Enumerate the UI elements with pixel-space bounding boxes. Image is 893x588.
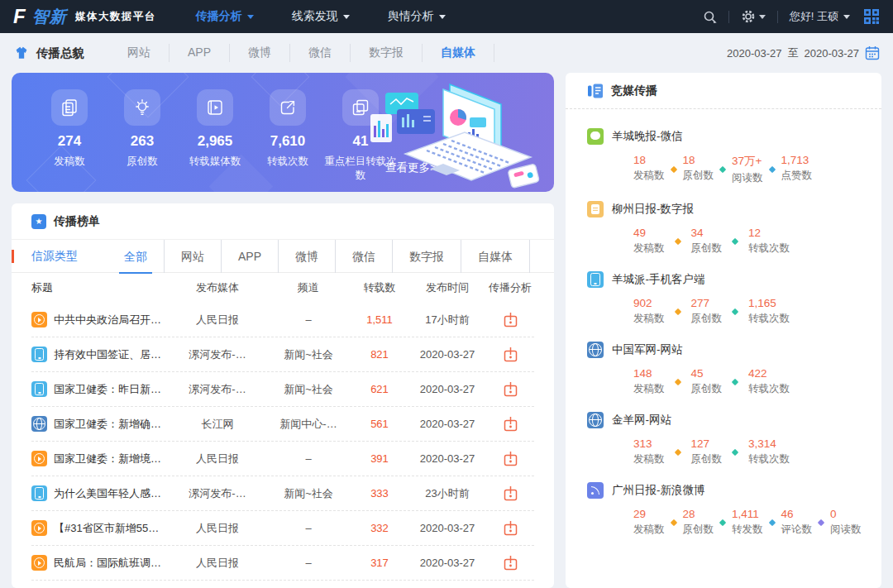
date-range-picker[interactable]: 2020-03-27 至 2020-03-27 <box>727 45 880 60</box>
diamond-separator <box>674 448 680 455</box>
app-icon <box>587 271 604 288</box>
share-arrow-icon <box>270 89 306 126</box>
publish-time: 2020-03-27 <box>408 418 486 430</box>
table-row: 为什么美国年轻人感染那么多？… 漯河发布-… 新闻~社会 333 23小时前 <box>31 476 534 511</box>
competitor-entry: 柳州日报-数字报 49发稿数 34原创数 12转载次数 <box>587 201 860 256</box>
subnav-item-website[interactable]: 网站 <box>109 44 170 62</box>
media-play-icon <box>31 312 47 327</box>
title-text: 国家卫健委：昨日新增确诊55例… <box>54 382 169 397</box>
spread-analysis-icon[interactable] <box>486 485 534 501</box>
publish-media: 漯河发布-… <box>169 347 266 362</box>
competitor-name-row[interactable]: 柳州日报-数字报 <box>587 201 860 218</box>
subnav-item-wechat[interactable]: 微信 <box>290 44 351 62</box>
nav-clue-discovery[interactable]: 线索发现 <box>292 9 350 24</box>
product-title: 媒体大数据平台 <box>75 10 156 24</box>
subnav-item-self-media[interactable]: 自媒体 <box>423 44 494 62</box>
spread-overview-icon <box>13 45 30 60</box>
publish-media: 长江网 <box>169 417 266 432</box>
spread-analysis-icon[interactable] <box>486 555 534 571</box>
subnav-item-app[interactable]: APP <box>170 44 230 62</box>
tab-digital-paper[interactable]: 数字报 <box>393 240 461 273</box>
spread-analysis-icon[interactable] <box>486 520 534 536</box>
competitor-name-row[interactable]: 金羊网-网站 <box>587 412 860 428</box>
spread-analysis-icon[interactable] <box>486 347 534 362</box>
calendar-icon <box>865 45 880 60</box>
subnav-item-digital-paper[interactable]: 数字报 <box>351 44 423 62</box>
stat-cell: 902发稿数 <box>633 297 665 326</box>
table-row: 中共中央政治局召开会议 研究部署 人民日报 – 1,511 17小时前 <box>31 303 534 337</box>
stat-label: 转载次数 <box>267 155 308 169</box>
spread-analysis-icon[interactable] <box>486 312 534 327</box>
app-icon <box>31 347 47 362</box>
tab-self-media[interactable]: 自媒体 <box>461 240 530 273</box>
competitor-name: 广州日报-新浪微博 <box>612 483 705 498</box>
stat-cell: 29发稿数 <box>633 508 665 537</box>
diamond-separator <box>732 448 738 455</box>
col-header-media: 发布媒体 <box>169 280 266 295</box>
stat-repost-count: 7,610 转载次数 <box>251 89 324 183</box>
tab-wechat[interactable]: 微信 <box>336 240 393 273</box>
tab-website[interactable]: 网站 <box>165 240 222 273</box>
publish-media: 漯河发布-… <box>169 486 266 501</box>
competitor-name-row[interactable]: 羊城派-手机客户端 <box>587 271 860 288</box>
competitor-entry: 金羊网-网站 313发稿数 127原创数 3,314转载次数 <box>587 412 860 466</box>
publish-time: 2020-03-27 <box>408 348 486 361</box>
user-greeting: 您好! 王硕 <box>790 9 838 24</box>
channel: 新闻~社会 <box>266 486 351 501</box>
repost-count: 621 <box>351 383 408 395</box>
stat-cell: 1,165转载次数 <box>748 297 790 326</box>
diamond-separator <box>674 378 680 385</box>
diamond-separator <box>719 519 726 525</box>
stat-repost-media-count: 2,965 转载媒体数 <box>179 89 251 183</box>
stat-original-count: 263 原创数 <box>106 89 179 183</box>
panel-header: ★ 传播榜单 <box>12 203 554 240</box>
qrcode-icon[interactable] <box>863 8 880 25</box>
banner-illustration <box>354 74 552 190</box>
competitor-name-row[interactable]: 广州日报-新浪微博 <box>587 482 860 499</box>
documents-icon <box>51 89 88 126</box>
competitor-stats: 18发稿数 18原创数 37万+阅读数 1,713点赞数 <box>633 154 860 185</box>
table-row: 国家卫健委：新增境外输入54例… 人民日报 – 391 2020-03-27 <box>31 442 534 476</box>
user-menu[interactable]: 您好! 王硕 <box>790 9 850 24</box>
col-header-time: 发布时间 <box>408 280 486 295</box>
diamond-separator <box>670 166 676 173</box>
search-icon[interactable] <box>703 10 717 24</box>
article-title[interactable]: 国家卫健委：昨日新增确诊55例… <box>31 381 169 397</box>
competitor-name-row[interactable]: 中国军网-网站 <box>587 342 860 358</box>
publish-time: 2020-03-27 <box>408 522 486 534</box>
channel: – <box>266 452 351 465</box>
wechat-icon <box>587 128 604 145</box>
spread-analysis-icon[interactable] <box>486 416 534 432</box>
article-title[interactable]: 为什么美国年轻人感染那么多？… <box>31 485 169 501</box>
stat-cell: 3,314转载次数 <box>748 437 790 466</box>
nav-spread-analysis[interactable]: 传播分析 <box>196 9 254 24</box>
table-row: 持有效中国签证、居留许可的外… 漯河发布-… 新闻~社会 821 2020-03… <box>31 337 534 372</box>
divider <box>728 11 729 23</box>
publish-media: 人民日报 <box>169 313 266 327</box>
article-title[interactable]: 民航局：国际航班调减后，每天… <box>31 555 169 571</box>
repost-count: 333 <box>351 487 408 500</box>
stat-label: 发稿数 <box>54 155 85 169</box>
article-title[interactable]: 【#31省区市新增55例确诊病例 <box>31 520 169 536</box>
stat-value: 2,965 <box>198 133 233 150</box>
channel: 新闻~社会 <box>266 382 351 397</box>
article-title[interactable]: 国家卫健委：新增境外输入54例… <box>31 451 169 466</box>
nav-sentiment-analysis[interactable]: 舆情分析 <box>388 9 446 24</box>
article-title[interactable]: 持有效中国签证、居留许可的外… <box>31 347 169 362</box>
article-title[interactable]: 国家卫健委：新增确诊55例，其… <box>31 416 169 432</box>
media-play-icon <box>31 520 47 536</box>
spread-analysis-icon[interactable] <box>486 451 534 466</box>
spread-analysis-icon[interactable] <box>486 381 534 397</box>
gear-icon[interactable] <box>741 9 766 24</box>
website-icon <box>31 416 47 432</box>
subnav-overview[interactable]: 传播总貌 <box>13 45 84 61</box>
competitor-name-row[interactable]: 羊城晚报-微信 <box>587 128 860 145</box>
tab-all[interactable]: 全部 <box>107 240 165 273</box>
subnav-item-weibo[interactable]: 微博 <box>230 44 290 62</box>
tab-app[interactable]: APP <box>222 240 279 273</box>
article-title[interactable]: 中共中央政治局召开会议 研究部署 <box>31 312 169 327</box>
tab-weibo[interactable]: 微博 <box>279 240 336 273</box>
diamond-separator <box>674 237 680 244</box>
media-play-icon <box>31 555 47 571</box>
topbar: F 智新 媒体大数据平台 传播分析 线索发现 舆情分析 您好! 王硕 <box>0 0 893 33</box>
